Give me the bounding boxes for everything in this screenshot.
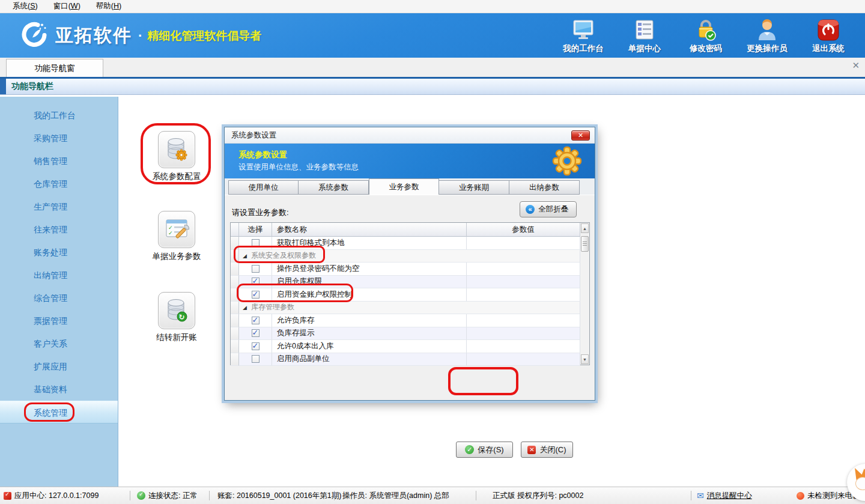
- status-separator: [209, 491, 210, 500]
- tabstrip-close-icon[interactable]: ✕: [852, 60, 860, 71]
- shortcut-doc-business-params[interactable]: ✓ ✓ 单据业务参数: [141, 211, 213, 262]
- shortcut-carryover-new-account[interactable]: ↻ 结转新开账: [141, 292, 213, 343]
- sidebar-item-6[interactable]: 账务处理: [0, 241, 118, 264]
- mascot-face: [855, 477, 865, 490]
- vertical-scrollbar[interactable]: ▲ ▼: [580, 223, 589, 365]
- sidebar-item-9[interactable]: 票据管理: [0, 309, 118, 332]
- workspace: 系统参数配置 ✓ ✓: [119, 97, 865, 487]
- table-row[interactable]: 允许0成本出入库: [231, 340, 580, 353]
- sidebar-item-7[interactable]: 出纳管理: [0, 264, 118, 287]
- table-row[interactable]: 启用资金账户权限控制: [231, 288, 580, 302]
- row-header-cell: [231, 276, 239, 289]
- param-name-cell: 获取打印格式到本地: [272, 237, 467, 250]
- dialog-banner-title: 系统参数设置: [238, 150, 287, 160]
- save-button[interactable]: ✓ 保存(S): [456, 442, 513, 458]
- param-checkbox[interactable]: [252, 342, 260, 350]
- status-account: 账套: 20160519_0001 (2016年第1期): [217, 487, 341, 504]
- database-gear-icon: [158, 131, 195, 168]
- sidebar-item-label: 仓库管理: [34, 179, 67, 189]
- scroll-up-icon[interactable]: ▲: [581, 223, 589, 233]
- param-value-cell[interactable]: [467, 276, 580, 289]
- table-row[interactable]: 启用商品副单位: [231, 353, 580, 366]
- sidebar-item-13[interactable]: 系统管理: [0, 401, 118, 424]
- menu-item-w[interactable]: 窗口(W): [46, 0, 88, 13]
- switch-operator-user-icon: [744, 18, 791, 42]
- param-checkbox[interactable]: [252, 329, 260, 337]
- checkbox-cell: [239, 263, 272, 276]
- tab-function-nav[interactable]: 功能导航窗: [6, 59, 103, 77]
- sidebar-item-label: 出纳管理: [34, 270, 67, 280]
- my-workbench-button[interactable]: 我的工作台: [560, 18, 607, 54]
- group-row-cell: ◢库存管理参数: [239, 302, 580, 315]
- param-name-cell: 启用商品副单位: [272, 353, 467, 366]
- sidebar-item-10[interactable]: 客户关系: [0, 332, 118, 355]
- table-row[interactable]: 启用仓库权限: [231, 276, 580, 289]
- sidebar-item-1[interactable]: 采购管理: [0, 127, 118, 150]
- sidebar-item-12[interactable]: 基础资料: [0, 378, 118, 401]
- sidebar-item-0[interactable]: 我的工作台: [0, 104, 118, 127]
- param-checkbox[interactable]: [252, 355, 260, 363]
- shortcut-system-params[interactable]: 系统参数配置: [141, 131, 213, 182]
- column-header-1: 选择: [239, 223, 272, 237]
- sidebar-item-4[interactable]: 生产管理: [0, 195, 118, 218]
- param-checkbox[interactable]: [252, 265, 260, 273]
- table-row[interactable]: ◢库存管理参数: [231, 302, 580, 315]
- tree-expanded-icon[interactable]: ◢: [243, 305, 247, 311]
- table-row[interactable]: 负库存提示: [231, 327, 580, 341]
- dialog-body: 请设置业务参数: « 全部折叠 ▲ ▼ 选择参数名称参数值获取打印格式到本地◢系…: [225, 195, 595, 400]
- param-value-cell[interactable]: [467, 314, 580, 327]
- table-row[interactable]: ◢系统安全及权限参数: [231, 250, 580, 263]
- dialog-banner: 系统参数设置 设置使用单位信息、业务参数等信息: [225, 144, 595, 178]
- sidebar-item-label: 我的工作台: [34, 111, 76, 120]
- dialog-tab-1[interactable]: 系统参数: [299, 180, 369, 195]
- dialog-tab-3[interactable]: 业务账期: [439, 180, 509, 195]
- sidebar-item-3[interactable]: 仓库管理: [0, 172, 118, 195]
- svg-text:↻: ↻: [179, 313, 185, 321]
- table-row[interactable]: 允许负库存: [231, 314, 580, 327]
- row-header-cell: [231, 314, 239, 327]
- param-value-cell[interactable]: [467, 327, 580, 341]
- dialog-tab-0[interactable]: 使用单位: [228, 180, 299, 195]
- param-checkbox[interactable]: [252, 239, 260, 247]
- message-center-link[interactable]: ✉ 消息提醒中心: [697, 487, 752, 504]
- row-header-cell: [231, 288, 239, 302]
- param-value-cell[interactable]: [467, 340, 580, 353]
- param-checkbox[interactable]: [252, 317, 260, 324]
- row-header-cell: [231, 237, 239, 250]
- close-button[interactable]: ✕ 关闭(C): [521, 442, 573, 458]
- dialog-tab-4[interactable]: 出纳参数: [509, 180, 580, 195]
- param-name-cell: 负库存提示: [272, 327, 467, 341]
- row-header-cell: [231, 250, 239, 263]
- sidebar-item-5[interactable]: 往来管理: [0, 218, 118, 241]
- param-checkbox[interactable]: [252, 278, 260, 285]
- sidebar-item-2[interactable]: 销售管理: [0, 150, 118, 172]
- table-row[interactable]: 获取打印格式到本地: [231, 237, 580, 250]
- status-separator: [334, 491, 335, 500]
- switch-operator-button[interactable]: 更换操作员: [744, 18, 791, 54]
- change-password-button[interactable]: 修改密码: [682, 18, 729, 54]
- exit-system-button[interactable]: 退出系统: [805, 18, 852, 54]
- scrollbar-thumb[interactable]: [581, 236, 589, 252]
- dialog-title-bar[interactable]: 系统参数设置 ✕: [225, 127, 595, 144]
- document-center-button[interactable]: 单据中心: [621, 18, 668, 54]
- collapse-all-button[interactable]: « 全部折叠: [520, 201, 577, 217]
- param-value-cell[interactable]: [467, 263, 580, 276]
- menu-item-h[interactable]: 帮助(H): [88, 0, 129, 13]
- dialog-tab-2[interactable]: 业务参数: [369, 178, 439, 195]
- dialog-close-button[interactable]: ✕: [571, 130, 590, 141]
- status-separator: [691, 491, 691, 500]
- checkbox-cell: [239, 276, 272, 289]
- tree-expanded-icon[interactable]: ◢: [243, 253, 247, 259]
- brand-separator: ·: [138, 28, 142, 43]
- scroll-down-icon[interactable]: ▼: [581, 354, 589, 364]
- status-separator: [476, 491, 476, 500]
- table-row[interactable]: 操作员登录密码不能为空: [231, 263, 580, 276]
- param-checkbox[interactable]: [252, 291, 260, 299]
- param-value-cell[interactable]: [467, 288, 580, 302]
- menu-item-s[interactable]: 系统(S): [5, 0, 46, 13]
- param-value-cell[interactable]: [467, 353, 580, 366]
- sidebar-item-11[interactable]: 扩展应用: [0, 355, 118, 378]
- sidebar-item-8[interactable]: 综合管理: [0, 287, 118, 309]
- menu-bar: 系统(S)窗口(W)帮助(H): [0, 0, 865, 13]
- param-value-cell[interactable]: [467, 237, 580, 250]
